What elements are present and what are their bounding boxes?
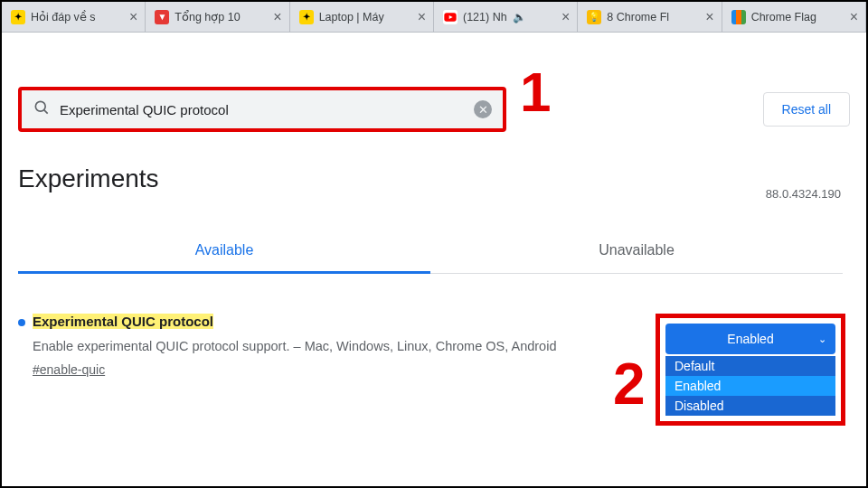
flag-state-option[interactable]: Default (665, 356, 835, 376)
search-flags-input-container: ✕ (18, 87, 506, 132)
chevron-down-icon: ⌄ (818, 333, 826, 345)
browser-tab[interactable]: 💡8 Chrome Fl× (578, 2, 722, 32)
search-flags-input[interactable] (60, 102, 474, 117)
chrome-version: 88.0.4324.190 (766, 187, 841, 201)
tab-available[interactable]: Available (18, 233, 430, 274)
tab-title: (121) Nh (463, 11, 507, 23)
callout-label-1: 1 (520, 60, 551, 124)
mute-icon[interactable]: 🔈 (513, 11, 526, 23)
browser-tab[interactable]: ✦Laptop | Máy× (290, 2, 434, 32)
browser-tab[interactable]: ✦Hỏi đáp về s× (2, 2, 146, 32)
close-tab-icon[interactable]: × (129, 9, 137, 25)
flag-description: Enable experimental QUIC protocol suppor… (33, 339, 638, 353)
browser-tab[interactable]: (121) Nh🔈× (434, 2, 578, 32)
flag-title: Experimental QUIC protocol (33, 314, 213, 329)
reset-all-button[interactable]: Reset all (763, 92, 850, 127)
section-tabs: Available Unavailable (18, 233, 843, 274)
modified-indicator-icon (18, 319, 25, 326)
close-tab-icon[interactable]: × (561, 9, 570, 25)
svg-point-1 (35, 101, 45, 111)
callout-label-2: 2 (613, 351, 646, 418)
tab-unavailable[interactable]: Unavailable (430, 233, 843, 273)
clear-search-icon[interactable]: ✕ (474, 100, 492, 118)
flag-state-option[interactable]: Enabled (665, 376, 835, 396)
browser-tabstrip: ✦Hỏi đáp về s×▼Tổng hợp 10×✦Laptop | Máy… (2, 2, 866, 33)
tab-title: Tổng hợp 10 (175, 10, 240, 23)
close-tab-icon[interactable]: × (273, 9, 281, 25)
flag-dropdown-container: 2 Enabled ⌄ DefaultEnabledDisabled (656, 314, 845, 426)
close-tab-icon[interactable]: × (418, 9, 426, 25)
browser-tab[interactable]: Chrome Flag× (722, 2, 866, 32)
tab-title: 8 Chrome Fl (607, 11, 669, 23)
flag-state-selected: Enabled (727, 332, 773, 346)
svg-line-2 (44, 110, 48, 114)
search-icon (33, 99, 51, 120)
tab-title: Chrome Flag (751, 11, 816, 23)
flag-state-option[interactable]: Disabled (665, 396, 835, 416)
flag-state-options: DefaultEnabledDisabled (665, 356, 835, 416)
tab-title: Hỏi đáp về s (31, 10, 96, 23)
flag-entry: Experimental QUIC protocol Enable experi… (18, 314, 850, 377)
close-tab-icon[interactable]: × (705, 9, 713, 25)
flag-state-select[interactable]: Enabled ⌄ (665, 324, 835, 354)
tab-title: Laptop | Máy (319, 11, 384, 23)
close-tab-icon[interactable]: × (850, 9, 858, 25)
browser-tab[interactable]: ▼Tổng hợp 10× (146, 2, 289, 32)
page-title: Experiments (18, 164, 850, 193)
